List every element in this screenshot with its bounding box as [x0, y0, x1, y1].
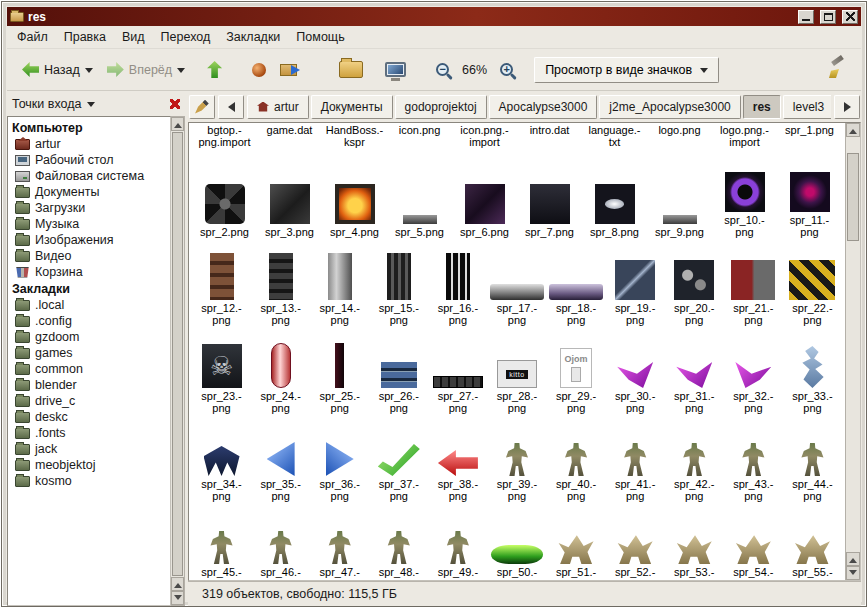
- file-item[interactable]: spr_45.- png: [192, 502, 251, 580]
- jump-to-button[interactable]: [273, 59, 304, 81]
- menu-item[interactable]: Переход: [153, 27, 219, 47]
- file-item[interactable]: intro.dat: [517, 123, 582, 150]
- scroll-thumb[interactable]: [847, 153, 859, 241]
- reload-button[interactable]: [245, 58, 273, 82]
- file-item[interactable]: spr_39.- png: [487, 414, 546, 502]
- forward-button[interactable]: Вперёд: [100, 57, 192, 82]
- file-item[interactable]: spr_21.- png: [724, 238, 783, 326]
- sidebar-item[interactable]: .fonts: [8, 425, 170, 441]
- file-item[interactable]: spr_33.- png: [783, 326, 842, 414]
- path-button[interactable]: Документы: [311, 95, 393, 119]
- computer-button[interactable]: [378, 57, 413, 82]
- up-button[interactable]: [200, 56, 229, 83]
- file-item[interactable]: spr_52.- png: [606, 502, 665, 580]
- file-item[interactable]: spr_47.- png: [310, 502, 369, 580]
- file-item[interactable]: kittospr_28.- png: [487, 326, 546, 414]
- file-item[interactable]: spr_40.- png: [547, 414, 606, 502]
- file-item[interactable]: spr_38.- png: [428, 414, 487, 502]
- sidebar-item[interactable]: artur: [8, 136, 170, 152]
- file-item[interactable]: spr_27.- png: [428, 326, 487, 414]
- sidebar-item[interactable]: deskc: [8, 409, 170, 425]
- file-item[interactable]: spr_26.- png: [369, 326, 428, 414]
- file-item[interactable]: spr_11.- png: [777, 150, 842, 238]
- file-item[interactable]: spr_22.- png: [783, 238, 842, 326]
- sidebar-item[interactable]: jack: [8, 441, 170, 457]
- sidebar-scroll-down-button[interactable]: [171, 591, 184, 605]
- sidebar-item[interactable]: common: [8, 361, 170, 377]
- file-item[interactable]: spr_24.- png: [251, 326, 310, 414]
- scroll-down-button[interactable]: [846, 566, 860, 580]
- sidebar-scroll-track[interactable]: [171, 131, 184, 577]
- sidebar-item[interactable]: games: [8, 345, 170, 361]
- menu-item[interactable]: Помощь: [288, 27, 352, 47]
- sidebar-item[interactable]: Корзина: [8, 264, 170, 280]
- file-item[interactable]: spr_51.- png: [547, 502, 606, 580]
- file-item[interactable]: spr_48.- png: [369, 502, 428, 580]
- sidebar-item[interactable]: Загрузки: [8, 200, 170, 216]
- file-item[interactable]: spr_18.- png: [547, 238, 606, 326]
- file-item[interactable]: spr_42.- png: [665, 414, 724, 502]
- file-item[interactable]: spr_41.- png: [606, 414, 665, 502]
- file-item[interactable]: bgtop.- png.import: [192, 123, 257, 150]
- path-button[interactable]: Apocalypse3000: [489, 95, 598, 119]
- file-item[interactable]: language.- txt: [582, 123, 647, 150]
- back-history-dropdown-icon[interactable]: [85, 68, 93, 77]
- file-item[interactable]: Ojomspr_29.- png: [547, 326, 606, 414]
- file-item[interactable]: spr_13.- png: [251, 238, 310, 326]
- file-item[interactable]: spr_8.png: [582, 150, 647, 238]
- forward-history-dropdown-icon[interactable]: [177, 68, 185, 77]
- scroll-up2-button[interactable]: [846, 552, 860, 566]
- file-item[interactable]: spr_53.- png: [665, 502, 724, 580]
- menu-item[interactable]: Закладки: [218, 27, 288, 47]
- path-button[interactable]: artur: [247, 95, 309, 119]
- sidebar-item[interactable]: Видео: [8, 248, 170, 264]
- path-scroll-right-button[interactable]: [834, 95, 860, 119]
- file-item[interactable]: spr_31.- png: [665, 326, 724, 414]
- zoom-out-button[interactable]: [429, 58, 456, 81]
- file-item[interactable]: spr_16.- png: [428, 238, 487, 326]
- file-item[interactable]: spr_7.png: [517, 150, 582, 238]
- file-item[interactable]: spr_6.png: [452, 150, 517, 238]
- file-item[interactable]: icon.png: [387, 123, 452, 150]
- file-item[interactable]: spr_15.- png: [369, 238, 428, 326]
- file-item[interactable]: spr_5.png: [387, 150, 452, 238]
- path-button[interactable]: godoprojektoj: [395, 95, 487, 119]
- maximize-button[interactable]: [820, 10, 836, 24]
- file-item[interactable]: spr_4.png: [322, 150, 387, 238]
- minimize-button[interactable]: [798, 10, 814, 24]
- file-item[interactable]: spr_32.- png: [724, 326, 783, 414]
- sidebar-scrollbar[interactable]: [171, 116, 185, 606]
- sidebar-item[interactable]: meobjektoj: [8, 457, 170, 473]
- path-button[interactable]: level3: [783, 95, 831, 119]
- sidebar-header[interactable]: Точки входа: [7, 91, 185, 116]
- file-item[interactable]: spr_30.- png: [606, 326, 665, 414]
- file-item[interactable]: spr_19.- png: [606, 238, 665, 326]
- sidebar-scroll-up2-button[interactable]: [171, 577, 184, 591]
- file-item[interactable]: game.dat: [257, 123, 322, 150]
- sidebar-item[interactable]: Рабочий стол: [8, 152, 170, 168]
- sidebar-close-icon[interactable]: [170, 99, 180, 109]
- view-mode-dropdown[interactable]: Просмотр в виде значков: [534, 57, 719, 83]
- menu-item[interactable]: Вид: [114, 27, 153, 47]
- file-item[interactable]: spr_49.- png: [428, 502, 487, 580]
- brush-button[interactable]: [822, 56, 853, 83]
- file-item[interactable]: spr_37.- png: [369, 414, 428, 502]
- file-item[interactable]: spr_36.- png: [310, 414, 369, 502]
- scroll-up-button[interactable]: [846, 123, 860, 137]
- sidebar-item[interactable]: gzdoom: [8, 329, 170, 345]
- sidebar-item[interactable]: kosmo: [8, 473, 170, 489]
- file-item[interactable]: logo.png: [647, 123, 712, 150]
- file-item[interactable]: spr_34.- png: [192, 414, 251, 502]
- file-item[interactable]: spr_44.- png: [783, 414, 842, 502]
- file-item[interactable]: spr_55.- png: [783, 502, 842, 580]
- file-item[interactable]: logo.png.- import: [712, 123, 777, 150]
- close-button[interactable]: [842, 10, 858, 24]
- sidebar-item[interactable]: Документы: [8, 184, 170, 200]
- edit-path-button[interactable]: [189, 95, 215, 119]
- file-item[interactable]: spr_2.png: [192, 150, 257, 238]
- file-item[interactable]: spr_23.- png: [192, 326, 251, 414]
- sidebar-item[interactable]: drive_c: [8, 393, 170, 409]
- path-button[interactable]: j2me_Apocalypse3000: [599, 95, 740, 119]
- file-item[interactable]: spr_12.- png: [192, 238, 251, 326]
- path-scroll-left-button[interactable]: [218, 95, 244, 119]
